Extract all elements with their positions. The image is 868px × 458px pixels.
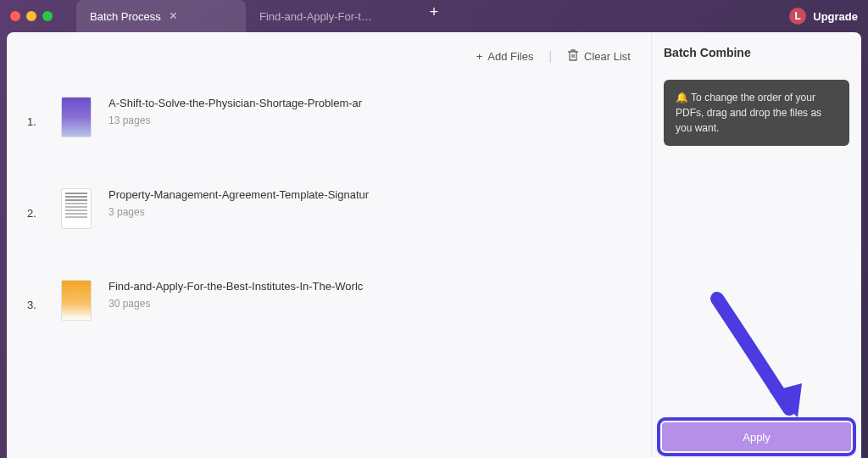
upgrade-label: Upgrade xyxy=(813,10,858,23)
file-name: A-Shift-to-Solve-the-Physician-Shortage-… xyxy=(108,97,362,109)
file-thumbnail xyxy=(61,97,92,137)
titlebar: Batch Process × Find-and-Apply-For-the-B… xyxy=(0,0,868,32)
list-item[interactable]: 3. Find-and-Apply-For-the-Best-Institute… xyxy=(27,280,631,321)
file-name: Property-Management-Agreement-Template-S… xyxy=(108,188,369,201)
tab-bar: Batch Process × Find-and-Apply-For-the-B… xyxy=(76,0,446,32)
clear-list-button[interactable]: Clear List xyxy=(567,48,631,64)
tab-label: Batch Process xyxy=(90,10,161,23)
close-icon[interactable]: × xyxy=(170,8,177,24)
new-tab-button[interactable]: + xyxy=(422,0,446,24)
toolbar: + Add Files | Clear List xyxy=(7,32,651,80)
main-window: + Add Files | Clear List 1. A-Shift-to-S… xyxy=(7,32,861,458)
hint-box: 🔔 To change the order of your PDFs, drag… xyxy=(664,80,849,146)
tab-document[interactable]: Find-and-Apply-For-the-B xyxy=(246,0,415,32)
panel-title: Batch Combine xyxy=(664,46,849,59)
list-item[interactable]: 1. A-Shift-to-Solve-the-Physician-Shorta… xyxy=(27,97,631,137)
file-pages: 13 pages xyxy=(108,114,362,126)
avatar: L xyxy=(789,8,806,25)
upgrade-button[interactable]: L Upgrade xyxy=(789,8,858,25)
arrow-annotation-icon xyxy=(700,290,819,426)
maximize-window-button[interactable] xyxy=(42,11,53,21)
list-item[interactable]: 2. Property-Management-Agreement-Templat… xyxy=(27,188,631,229)
file-thumbnail xyxy=(61,280,92,321)
file-thumbnail xyxy=(61,188,92,229)
file-name: Find-and-Apply-For-the-Best-Institutes-I… xyxy=(108,280,363,293)
trash-icon xyxy=(567,48,579,64)
toolbar-divider: | xyxy=(548,49,552,63)
file-list: 1. A-Shift-to-Solve-the-Physician-Shorta… xyxy=(7,80,651,388)
file-index: 3. xyxy=(27,280,44,311)
file-info: Find-and-Apply-For-the-Best-Institutes-I… xyxy=(108,280,363,310)
plus-icon: + xyxy=(476,50,483,63)
add-files-button[interactable]: + Add Files xyxy=(476,50,534,63)
apply-button[interactable]: Apply xyxy=(662,422,851,451)
tab-label: Find-and-Apply-For-the-B xyxy=(259,10,378,23)
file-pages: 3 pages xyxy=(108,206,369,218)
close-window-button[interactable] xyxy=(10,11,20,21)
minimize-window-button[interactable] xyxy=(26,11,36,21)
file-info: Property-Management-Agreement-Template-S… xyxy=(108,188,369,218)
add-files-label: Add Files xyxy=(487,50,533,63)
left-panel: + Add Files | Clear List 1. A-Shift-to-S… xyxy=(7,32,651,458)
right-panel: Batch Combine 🔔 To change the order of y… xyxy=(651,32,861,458)
file-index: 1. xyxy=(27,97,44,128)
file-pages: 30 pages xyxy=(108,298,363,310)
tab-batch-process[interactable]: Batch Process × xyxy=(76,0,246,32)
file-index: 2. xyxy=(27,188,44,220)
file-info: A-Shift-to-Solve-the-Physician-Shortage-… xyxy=(108,97,362,126)
window-controls xyxy=(10,11,53,21)
clear-list-label: Clear List xyxy=(584,50,631,63)
